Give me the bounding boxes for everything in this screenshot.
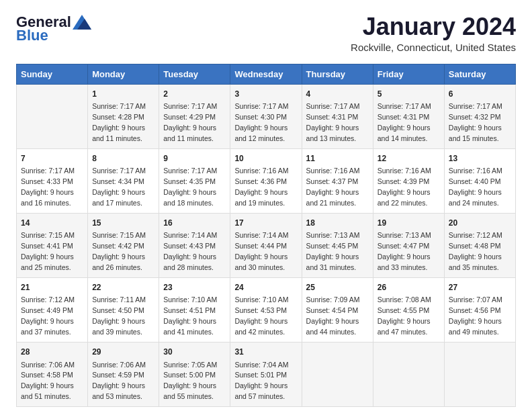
- calendar-day-cell: 11Sunrise: 7:16 AMSunset: 4:37 PMDayligh…: [302, 148, 373, 213]
- calendar-day-cell: 29Sunrise: 7:06 AMSunset: 4:59 PMDayligh…: [88, 342, 159, 407]
- calendar-day-cell: 20Sunrise: 7:12 AMSunset: 4:48 PMDayligh…: [444, 213, 515, 277]
- weekday-header: Saturday: [444, 64, 515, 84]
- calendar-day-cell: 8Sunrise: 7:17 AMSunset: 4:34 PMDaylight…: [88, 148, 159, 213]
- day-info: Sunrise: 7:17 AMSunset: 4:31 PMDaylight:…: [306, 102, 360, 142]
- day-info: Sunrise: 7:17 AMSunset: 4:32 PMDaylight:…: [449, 102, 502, 142]
- day-number: 27: [449, 282, 511, 293]
- calendar-day-cell: 2Sunrise: 7:17 AMSunset: 4:29 PMDaylight…: [159, 84, 230, 148]
- weekday-header: Friday: [373, 64, 444, 84]
- weekday-header: Wednesday: [230, 64, 302, 84]
- day-info: Sunrise: 7:16 AMSunset: 4:40 PMDaylight:…: [449, 167, 502, 207]
- logo: General Blue: [16, 13, 91, 44]
- calendar-day-cell: 13Sunrise: 7:16 AMSunset: 4:40 PMDayligh…: [444, 148, 515, 213]
- calendar-day-cell: 10Sunrise: 7:16 AMSunset: 4:36 PMDayligh…: [230, 148, 302, 213]
- calendar-table: SundayMondayTuesdayWednesdayThursdayFrid…: [16, 64, 516, 408]
- calendar-day-cell: 26Sunrise: 7:08 AMSunset: 4:55 PMDayligh…: [373, 278, 444, 342]
- day-info: Sunrise: 7:08 AMSunset: 4:55 PMDaylight:…: [378, 295, 431, 336]
- day-info: Sunrise: 7:11 AMSunset: 4:50 PMDaylight:…: [92, 295, 146, 336]
- day-number: 7: [21, 153, 83, 165]
- day-number: 17: [234, 218, 297, 229]
- calendar-day-cell: 30Sunrise: 7:05 AMSunset: 5:00 PMDayligh…: [159, 342, 230, 407]
- day-info: Sunrise: 7:17 AMSunset: 4:35 PMDaylight:…: [163, 167, 217, 207]
- day-number: 3: [234, 89, 297, 100]
- day-info: Sunrise: 7:06 AMSunset: 4:58 PMDaylight:…: [21, 361, 75, 401]
- calendar-week-row: 28Sunrise: 7:06 AMSunset: 4:58 PMDayligh…: [17, 342, 516, 407]
- day-number: 2: [163, 89, 226, 100]
- calendar-day-cell: 22Sunrise: 7:11 AMSunset: 4:50 PMDayligh…: [88, 278, 159, 342]
- calendar-week-row: 1Sunrise: 7:17 AMSunset: 4:28 PMDaylight…: [17, 84, 516, 148]
- calendar-day-cell: 4Sunrise: 7:17 AMSunset: 4:31 PMDaylight…: [302, 84, 373, 148]
- weekday-header: Thursday: [302, 64, 373, 84]
- day-number: 30: [163, 347, 226, 358]
- day-number: 8: [92, 153, 154, 165]
- calendar-week-row: 14Sunrise: 7:15 AMSunset: 4:41 PMDayligh…: [17, 213, 516, 277]
- calendar-day-cell: 6Sunrise: 7:17 AMSunset: 4:32 PMDaylight…: [444, 84, 515, 148]
- day-info: Sunrise: 7:10 AMSunset: 4:51 PMDaylight:…: [163, 295, 217, 336]
- calendar-day-cell: 21Sunrise: 7:12 AMSunset: 4:49 PMDayligh…: [17, 278, 88, 342]
- calendar-day-cell: 19Sunrise: 7:13 AMSunset: 4:47 PMDayligh…: [373, 213, 444, 277]
- calendar-day-cell: 14Sunrise: 7:15 AMSunset: 4:41 PMDayligh…: [17, 213, 88, 277]
- day-number: 10: [234, 153, 297, 165]
- day-number: 29: [92, 347, 154, 358]
- title-section: January 2024 Rockville, Connecticut, Uni…: [351, 13, 516, 53]
- day-info: Sunrise: 7:17 AMSunset: 4:30 PMDaylight:…: [234, 102, 288, 142]
- calendar-week-row: 21Sunrise: 7:12 AMSunset: 4:49 PMDayligh…: [17, 278, 516, 342]
- calendar-day-cell: 15Sunrise: 7:15 AMSunset: 4:42 PMDayligh…: [88, 213, 159, 277]
- calendar-day-cell: [302, 342, 373, 407]
- day-number: 12: [378, 153, 440, 165]
- weekday-header: Tuesday: [159, 64, 230, 84]
- day-number: 4: [306, 89, 369, 100]
- month-title: January 2024: [351, 13, 516, 40]
- calendar-day-cell: 25Sunrise: 7:09 AMSunset: 4:54 PMDayligh…: [302, 278, 373, 342]
- day-number: 16: [163, 218, 226, 229]
- day-info: Sunrise: 7:04 AMSunset: 5:01 PMDaylight:…: [234, 361, 288, 401]
- day-info: Sunrise: 7:14 AMSunset: 4:43 PMDaylight:…: [163, 231, 217, 271]
- day-number: 22: [92, 282, 154, 293]
- day-info: Sunrise: 7:05 AMSunset: 5:00 PMDaylight:…: [163, 361, 217, 401]
- calendar-day-cell: 5Sunrise: 7:17 AMSunset: 4:31 PMDaylight…: [373, 84, 444, 148]
- day-number: 23: [163, 282, 226, 293]
- calendar-day-cell: 28Sunrise: 7:06 AMSunset: 4:58 PMDayligh…: [17, 342, 88, 407]
- day-number: 9: [163, 153, 226, 165]
- calendar-day-cell: [444, 342, 515, 407]
- day-number: 13: [449, 153, 511, 165]
- calendar-day-cell: 23Sunrise: 7:10 AMSunset: 4:51 PMDayligh…: [159, 278, 230, 342]
- day-number: 18: [306, 218, 369, 229]
- calendar-header: SundayMondayTuesdayWednesdayThursdayFrid…: [17, 64, 516, 84]
- day-info: Sunrise: 7:13 AMSunset: 4:47 PMDaylight:…: [378, 231, 431, 271]
- calendar-body: 1Sunrise: 7:17 AMSunset: 4:28 PMDaylight…: [17, 84, 516, 407]
- day-number: 31: [234, 347, 297, 358]
- day-number: 15: [92, 218, 154, 229]
- day-number: 21: [21, 282, 83, 293]
- weekday-header: Sunday: [17, 64, 88, 84]
- day-info: Sunrise: 7:14 AMSunset: 4:44 PMDaylight:…: [234, 231, 288, 271]
- day-info: Sunrise: 7:15 AMSunset: 4:41 PMDaylight:…: [21, 231, 75, 271]
- day-info: Sunrise: 7:12 AMSunset: 4:48 PMDaylight:…: [449, 231, 502, 271]
- calendar-day-cell: 1Sunrise: 7:17 AMSunset: 4:28 PMDaylight…: [88, 84, 159, 148]
- day-info: Sunrise: 7:17 AMSunset: 4:29 PMDaylight:…: [163, 102, 217, 142]
- header-row: SundayMondayTuesdayWednesdayThursdayFrid…: [17, 64, 516, 84]
- day-number: 14: [21, 218, 83, 229]
- day-number: 20: [449, 218, 511, 229]
- calendar-day-cell: 31Sunrise: 7:04 AMSunset: 5:01 PMDayligh…: [230, 342, 302, 407]
- day-number: 28: [21, 347, 83, 358]
- calendar-day-cell: 27Sunrise: 7:07 AMSunset: 4:56 PMDayligh…: [444, 278, 515, 342]
- logo-icon: [73, 15, 91, 30]
- day-info: Sunrise: 7:17 AMSunset: 4:34 PMDaylight:…: [92, 167, 146, 207]
- day-info: Sunrise: 7:13 AMSunset: 4:45 PMDaylight:…: [306, 231, 360, 271]
- day-number: 5: [378, 89, 440, 100]
- calendar-day-cell: [373, 342, 444, 407]
- calendar-day-cell: 18Sunrise: 7:13 AMSunset: 4:45 PMDayligh…: [302, 213, 373, 277]
- day-info: Sunrise: 7:09 AMSunset: 4:54 PMDaylight:…: [306, 295, 360, 336]
- day-info: Sunrise: 7:17 AMSunset: 4:31 PMDaylight:…: [378, 102, 431, 142]
- day-number: 19: [378, 218, 440, 229]
- day-number: 26: [378, 282, 440, 293]
- day-number: 24: [234, 282, 297, 293]
- day-info: Sunrise: 7:10 AMSunset: 4:53 PMDaylight:…: [234, 295, 288, 336]
- day-number: 6: [449, 89, 511, 100]
- day-info: Sunrise: 7:16 AMSunset: 4:36 PMDaylight:…: [234, 167, 288, 207]
- page-header: General Blue January 2024 Rockville, Con…: [16, 13, 516, 53]
- day-number: 1: [92, 89, 154, 100]
- calendar-day-cell: [17, 84, 88, 148]
- day-info: Sunrise: 7:06 AMSunset: 4:59 PMDaylight:…: [92, 361, 146, 401]
